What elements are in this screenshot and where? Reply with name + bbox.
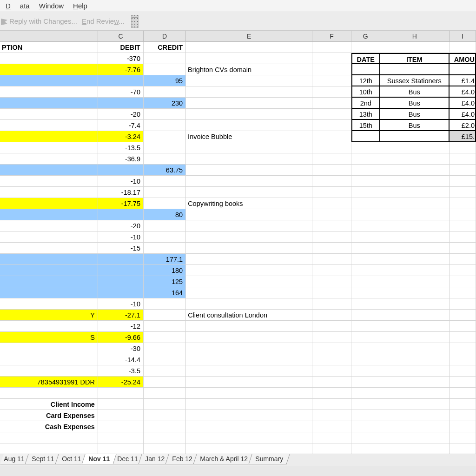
cell[interactable] bbox=[144, 298, 186, 310]
cell[interactable] bbox=[380, 388, 450, 399]
cell[interactable]: 177.1 bbox=[144, 254, 186, 265]
side-table-date[interactable]: 2nd bbox=[351, 98, 380, 109]
cell[interactable] bbox=[186, 377, 312, 388]
menu-window[interactable]: Window bbox=[34, 0, 68, 11]
cell[interactable] bbox=[450, 165, 476, 176]
cell[interactable] bbox=[186, 75, 312, 86]
cell[interactable] bbox=[186, 176, 312, 187]
cell[interactable] bbox=[312, 64, 351, 75]
cell[interactable]: -10 bbox=[98, 298, 144, 310]
side-table-date[interactable]: 10th bbox=[351, 86, 380, 98]
cell[interactable] bbox=[98, 265, 144, 276]
cell[interactable] bbox=[312, 153, 351, 165]
cell[interactable] bbox=[312, 321, 351, 332]
cell[interactable] bbox=[351, 354, 380, 365]
cell[interactable] bbox=[351, 198, 380, 209]
cell[interactable] bbox=[0, 187, 98, 198]
cell[interactable] bbox=[450, 410, 476, 421]
cell[interactable] bbox=[186, 265, 312, 276]
cell[interactable] bbox=[450, 443, 476, 455]
cell[interactable] bbox=[380, 377, 450, 388]
cell[interactable] bbox=[450, 321, 476, 332]
cell[interactable] bbox=[312, 421, 351, 432]
cell[interactable] bbox=[380, 443, 450, 455]
cell[interactable] bbox=[351, 298, 380, 310]
cell[interactable] bbox=[144, 399, 186, 410]
sheet-tab[interactable]: Nov 11 bbox=[81, 454, 116, 464]
cell[interactable] bbox=[98, 287, 144, 298]
cell[interactable] bbox=[186, 153, 312, 165]
cell[interactable] bbox=[351, 310, 380, 321]
cell[interactable] bbox=[312, 276, 351, 287]
cell[interactable] bbox=[450, 276, 476, 287]
cell[interactable] bbox=[312, 388, 351, 399]
cell[interactable] bbox=[98, 165, 144, 176]
cell[interactable] bbox=[186, 220, 312, 231]
cell[interactable] bbox=[380, 42, 450, 53]
cell[interactable] bbox=[0, 53, 98, 64]
cell[interactable]: Cash Expenses bbox=[0, 421, 98, 432]
cell[interactable] bbox=[144, 332, 186, 343]
cell[interactable] bbox=[450, 421, 476, 432]
cell[interactable] bbox=[380, 265, 450, 276]
cell[interactable] bbox=[450, 265, 476, 276]
cell[interactable] bbox=[312, 298, 351, 310]
side-table-amount[interactable]: £4.0 bbox=[450, 86, 476, 98]
cell[interactable] bbox=[380, 165, 450, 176]
cell[interactable] bbox=[351, 231, 380, 243]
cell[interactable]: -13.5 bbox=[98, 142, 144, 153]
cell[interactable] bbox=[98, 399, 144, 410]
cell[interactable] bbox=[312, 176, 351, 187]
cell[interactable] bbox=[351, 410, 380, 421]
reply-with-changes-button[interactable]: Reply with Changes... bbox=[1, 17, 77, 25]
cell[interactable] bbox=[380, 332, 450, 343]
cell[interactable] bbox=[186, 86, 312, 98]
cell[interactable] bbox=[450, 64, 476, 75]
cell[interactable] bbox=[0, 120, 98, 131]
cell[interactable] bbox=[0, 142, 98, 153]
cell[interactable]: Invoice Bubble bbox=[186, 131, 312, 142]
cell[interactable] bbox=[450, 377, 476, 388]
cell[interactable] bbox=[186, 98, 312, 109]
cell[interactable]: 230 bbox=[144, 98, 186, 109]
cell[interactable] bbox=[450, 243, 476, 254]
cell[interactable]: -10 bbox=[98, 231, 144, 243]
cell[interactable] bbox=[380, 343, 450, 354]
cell[interactable] bbox=[312, 209, 351, 220]
cell[interactable]: 180 bbox=[144, 265, 186, 276]
cell[interactable] bbox=[380, 310, 450, 321]
cell[interactable]: Y bbox=[0, 310, 98, 321]
side-table-header-date[interactable]: DATE bbox=[351, 53, 380, 64]
cell[interactable]: -7.76 bbox=[98, 64, 144, 75]
cell[interactable] bbox=[98, 432, 144, 443]
cell[interactable] bbox=[351, 254, 380, 265]
cell[interactable]: -14.4 bbox=[98, 354, 144, 365]
side-table-amount[interactable]: £4.0 bbox=[450, 109, 476, 120]
cell[interactable] bbox=[351, 131, 380, 142]
cell[interactable]: -12 bbox=[98, 321, 144, 332]
cell[interactable] bbox=[312, 187, 351, 198]
cell[interactable] bbox=[0, 86, 98, 98]
cell[interactable] bbox=[98, 443, 144, 455]
cell[interactable]: -370 bbox=[98, 53, 144, 64]
cell[interactable] bbox=[0, 64, 98, 75]
col-header-C[interactable]: C bbox=[98, 31, 144, 42]
toolbar-handle[interactable] bbox=[131, 15, 139, 28]
cell[interactable] bbox=[312, 243, 351, 254]
cell[interactable] bbox=[0, 153, 98, 165]
cell[interactable] bbox=[186, 187, 312, 198]
cell[interactable] bbox=[450, 365, 476, 377]
cell[interactable] bbox=[380, 131, 450, 142]
sheet-tab[interactable]: Summary bbox=[248, 454, 290, 464]
cell[interactable] bbox=[380, 243, 450, 254]
cell[interactable]: -3.5 bbox=[98, 365, 144, 377]
cell[interactable] bbox=[186, 42, 312, 53]
cell[interactable] bbox=[450, 42, 476, 53]
cell[interactable] bbox=[0, 75, 98, 86]
cell[interactable]: S bbox=[0, 332, 98, 343]
side-table-amount[interactable]: £1.4 bbox=[450, 75, 476, 86]
cell[interactable] bbox=[0, 365, 98, 377]
cell[interactable] bbox=[351, 377, 380, 388]
cell[interactable] bbox=[450, 432, 476, 443]
cell[interactable] bbox=[144, 421, 186, 432]
